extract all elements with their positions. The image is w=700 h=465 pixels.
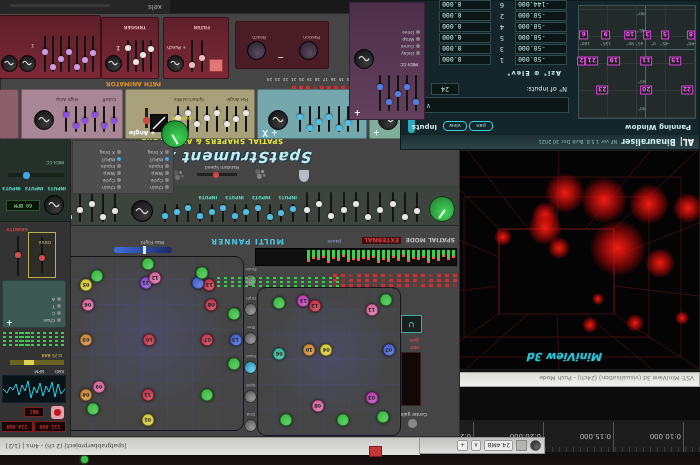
toggle-input[interactable]: INPUT: [100, 156, 121, 163]
elev-field[interactable]: -144.000: [515, 0, 567, 10]
fader-handle[interactable]: [232, 213, 238, 219]
fader-handle[interactable]: [199, 55, 205, 61]
source-marker[interactable]: 5: [661, 31, 669, 40]
panner-node[interactable]: [376, 411, 389, 424]
fader[interactable]: [184, 202, 192, 224]
fader-handle[interactable]: [90, 50, 96, 56]
azi-field[interactable]: 0.000: [439, 0, 491, 10]
multi-panner-b[interactable]: 080304100711121306: [257, 287, 401, 436]
fader[interactable]: [110, 104, 118, 134]
panner-node[interactable]: 05: [79, 278, 92, 291]
fader[interactable]: [376, 73, 384, 113]
fader[interactable]: [91, 104, 99, 134]
fader[interactable]: [266, 202, 274, 224]
panner-tool-elev[interactable]: [245, 332, 258, 345]
fader-handle[interactable]: [345, 120, 351, 126]
folder-icon[interactable]: [516, 440, 527, 451]
source-marker[interactable]: 6: [580, 31, 588, 40]
panner-node[interactable]: 13: [229, 334, 242, 347]
fader-handle[interactable]: [386, 99, 392, 105]
max-flight-slider[interactable]: [114, 247, 172, 253]
panner-node[interactable]: 03: [365, 392, 378, 405]
fader-handle[interactable]: [316, 201, 322, 207]
panner-tool-input[interactable]: [245, 361, 258, 374]
elev-field[interactable]: -50.000: [515, 44, 567, 54]
fader[interactable]: [394, 73, 402, 113]
toggle-x-drag[interactable]: X Drag: [100, 149, 121, 156]
fader[interactable]: [193, 104, 201, 134]
media-item-bar[interactable]: VST: MiniView 3d (visualisation) (24ch) …: [420, 372, 700, 387]
fader-handle[interactable]: [328, 213, 334, 219]
fader[interactable]: [364, 190, 372, 224]
fader-handle[interactable]: [307, 125, 313, 131]
fader[interactable]: [315, 104, 323, 134]
panner-node[interactable]: [141, 257, 154, 270]
fader[interactable]: [41, 34, 49, 74]
fader-handle[interactable]: [377, 84, 383, 90]
panner-node[interactable]: [91, 270, 104, 283]
fader-handle[interactable]: [377, 207, 383, 213]
source-marker[interactable]: 8: [687, 31, 695, 40]
toggle-x-drag[interactable]: X Drag: [148, 149, 169, 156]
fader-handle[interactable]: [82, 57, 88, 63]
source-marker[interactable]: 23: [596, 86, 608, 95]
fader-handle[interactable]: [404, 84, 410, 90]
fader[interactable]: [125, 38, 133, 74]
elev-field[interactable]: -50.000: [515, 33, 567, 43]
miniview-3d-window[interactable]: MiniView 3d: [420, 150, 700, 370]
panner-node[interactable]: 04: [320, 343, 333, 356]
panner-node[interactable]: 11: [365, 304, 378, 317]
fader[interactable]: [62, 104, 70, 134]
fader-handle[interactable]: [141, 52, 147, 58]
fader-handle[interactable]: [185, 205, 191, 211]
fader[interactable]: [203, 104, 211, 134]
fader[interactable]: [49, 34, 57, 74]
pan-pill-button[interactable]: pan: [469, 121, 493, 131]
fader-handle[interactable]: [365, 214, 371, 220]
fader-handle[interactable]: [112, 208, 118, 214]
slider-strip-11[interactable]: [376, 73, 420, 113]
azi-field[interactable]: 0.000: [439, 33, 491, 43]
panner-node[interactable]: 12: [308, 299, 321, 312]
panner-node[interactable]: 07: [201, 334, 214, 347]
panner-node[interactable]: 07: [382, 343, 395, 356]
fader-handle[interactable]: [89, 201, 95, 207]
mod-toggle-list[interactable]: DelayCurveWrapDrive: [401, 29, 420, 57]
window-titlebar[interactable]: [0, 455, 700, 465]
source-marker[interactable]: 11: [640, 56, 652, 65]
fader[interactable]: [296, 104, 304, 134]
fader-handle[interactable]: [174, 209, 180, 215]
fader-handle[interactable]: [304, 207, 310, 213]
fader[interactable]: [198, 38, 206, 74]
fader-handle[interactable]: [390, 201, 396, 207]
panner-node[interactable]: 08: [311, 399, 324, 412]
collapse-button[interactable]: ∧: [471, 440, 481, 451]
fader-handle[interactable]: [233, 116, 239, 122]
panner-tool-grid[interactable]: [245, 419, 258, 432]
slider-dot[interactable]: [143, 117, 150, 124]
toggle-c[interactable]: C: [43, 310, 61, 317]
plus-x-button[interactable]: + X: [262, 128, 278, 137]
fader-handle[interactable]: [220, 205, 226, 211]
azi-field[interactable]: 0.000: [439, 55, 491, 65]
fader[interactable]: [401, 190, 409, 224]
toggle-wrap[interactable]: Wrap: [401, 36, 420, 43]
sine-knob-1[interactable]: [131, 200, 153, 222]
sine-knob-4[interactable]: [34, 110, 54, 130]
fader-handle[interactable]: [267, 214, 273, 220]
panner-node[interactable]: [227, 308, 240, 321]
fader[interactable]: [65, 34, 73, 74]
fader[interactable]: [413, 190, 421, 224]
center-gain-knob[interactable]: [408, 419, 417, 428]
fader-handle[interactable]: [63, 112, 69, 118]
toggle-chain[interactable]: Chain: [100, 184, 121, 191]
panner-node[interactable]: 11: [141, 389, 154, 402]
preset-combo[interactable]: ∨: [421, 97, 569, 113]
lfo-slider[interactable]: [8, 173, 64, 177]
sine-knob-7[interactable]: [19, 55, 36, 72]
panner-node[interactable]: 01: [141, 413, 154, 426]
fader-handle[interactable]: [395, 91, 401, 97]
fader[interactable]: [140, 38, 148, 74]
slider-dot[interactable]: [213, 172, 219, 178]
fader[interactable]: [81, 104, 89, 134]
